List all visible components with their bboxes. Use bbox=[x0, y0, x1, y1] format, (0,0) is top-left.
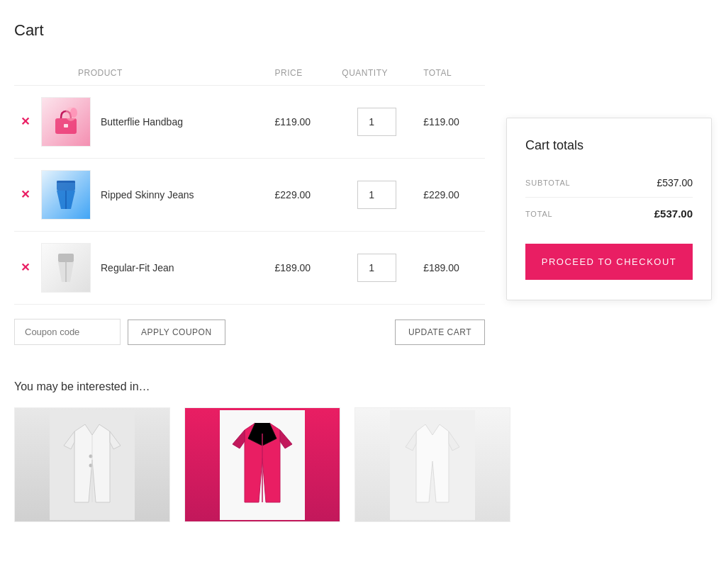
recommended-grid bbox=[14, 407, 712, 522]
col-header-product: PRODUCT bbox=[35, 61, 269, 86]
page-title: Cart bbox=[14, 21, 712, 40]
total-label: TOTAL bbox=[525, 210, 552, 218]
cart-table-section: PRODUCT PRICE QUANTITY TOTAL ✕ bbox=[14, 61, 485, 345]
cart-layout: PRODUCT PRICE QUANTITY TOTAL ✕ bbox=[14, 61, 712, 345]
product-thumbnail bbox=[41, 243, 91, 293]
recommended-image bbox=[355, 408, 510, 521]
price-cell: £119.00 bbox=[269, 86, 337, 159]
table-header-row: PRODUCT PRICE QUANTITY TOTAL bbox=[14, 61, 485, 86]
update-cart-button[interactable]: UPDATE CART bbox=[395, 320, 485, 345]
cart-table: PRODUCT PRICE QUANTITY TOTAL ✕ bbox=[14, 61, 485, 305]
svg-rect-7 bbox=[58, 254, 74, 262]
recommended-section: You may be interested in… bbox=[14, 380, 712, 522]
quantity-cell bbox=[336, 159, 418, 232]
table-row: ✕ Butterflie Handbag £119.00 bbox=[14, 86, 485, 159]
subtotal-value: £537.00 bbox=[657, 177, 693, 188]
remove-cell: ✕ bbox=[14, 86, 35, 159]
price-cell: £229.00 bbox=[269, 159, 337, 232]
total-row: TOTAL £537.00 bbox=[525, 198, 693, 230]
recommended-card[interactable] bbox=[354, 407, 510, 522]
product-thumbnail bbox=[41, 97, 91, 147]
cart-totals-panel: Cart totals SUBTOTAL £537.00 TOTAL £537.… bbox=[506, 118, 712, 300]
apply-coupon-button[interactable]: APPLY COUPON bbox=[128, 320, 225, 345]
quantity-cell bbox=[336, 232, 418, 305]
subtotal-label: SUBTOTAL bbox=[525, 179, 570, 187]
svg-rect-1 bbox=[64, 124, 68, 128]
remove-item-button[interactable]: ✕ bbox=[21, 262, 30, 273]
product-cell: Ripped Skinny Jeans bbox=[35, 159, 269, 232]
remove-item-button[interactable]: ✕ bbox=[21, 189, 30, 200]
coupon-input[interactable] bbox=[14, 319, 121, 345]
recommended-image bbox=[15, 408, 169, 521]
total-cell: £189.00 bbox=[418, 232, 485, 305]
col-header-price: PRICE bbox=[269, 61, 337, 86]
product-name: Regular-Fit Jean bbox=[101, 262, 174, 273]
product-cell: Butterflie Handbag bbox=[35, 86, 269, 159]
recommended-image bbox=[185, 408, 340, 521]
product-cell: Regular-Fit Jean bbox=[35, 232, 269, 305]
cart-totals-title: Cart totals bbox=[525, 138, 693, 153]
subtotal-row: SUBTOTAL £537.00 bbox=[525, 169, 693, 198]
total-cell: £119.00 bbox=[418, 86, 485, 159]
remove-cell: ✕ bbox=[14, 232, 35, 305]
coupon-row: APPLY COUPON UPDATE CART bbox=[14, 319, 485, 345]
col-header-quantity: QUANTITY bbox=[336, 61, 418, 86]
product-name: Ripped Skinny Jeans bbox=[101, 189, 194, 200]
remove-cell: ✕ bbox=[14, 159, 35, 232]
col-header-remove bbox=[14, 61, 35, 86]
price-cell: £189.00 bbox=[269, 232, 337, 305]
quantity-cell bbox=[336, 86, 418, 159]
table-row: ✕ Ripped Skinny Jeans £229.00 £229.00 bbox=[14, 159, 485, 232]
svg-rect-6 bbox=[57, 181, 75, 183]
total-value: £537.00 bbox=[654, 208, 693, 220]
recommended-title: You may be interested in… bbox=[14, 380, 712, 393]
quantity-input[interactable] bbox=[357, 181, 396, 209]
quantity-input[interactable] bbox=[357, 108, 396, 136]
proceed-to-checkout-button[interactable]: PROCEED TO CHECKOUT bbox=[525, 244, 693, 280]
quantity-input[interactable] bbox=[357, 254, 396, 282]
recommended-card[interactable] bbox=[184, 407, 340, 522]
remove-item-button[interactable]: ✕ bbox=[21, 116, 30, 128]
table-row: ✕ Regular-Fit Jean £189.00 £189.00 bbox=[14, 232, 485, 305]
total-cell: £229.00 bbox=[418, 159, 485, 232]
product-thumbnail bbox=[41, 170, 91, 220]
col-header-total: TOTAL bbox=[418, 61, 485, 86]
recommended-card[interactable] bbox=[14, 407, 170, 522]
product-name: Butterflie Handbag bbox=[101, 116, 183, 128]
page-wrapper: Cart PRODUCT PRICE QUANTITY TOTAL bbox=[0, 0, 726, 543]
svg-point-3 bbox=[70, 108, 77, 118]
